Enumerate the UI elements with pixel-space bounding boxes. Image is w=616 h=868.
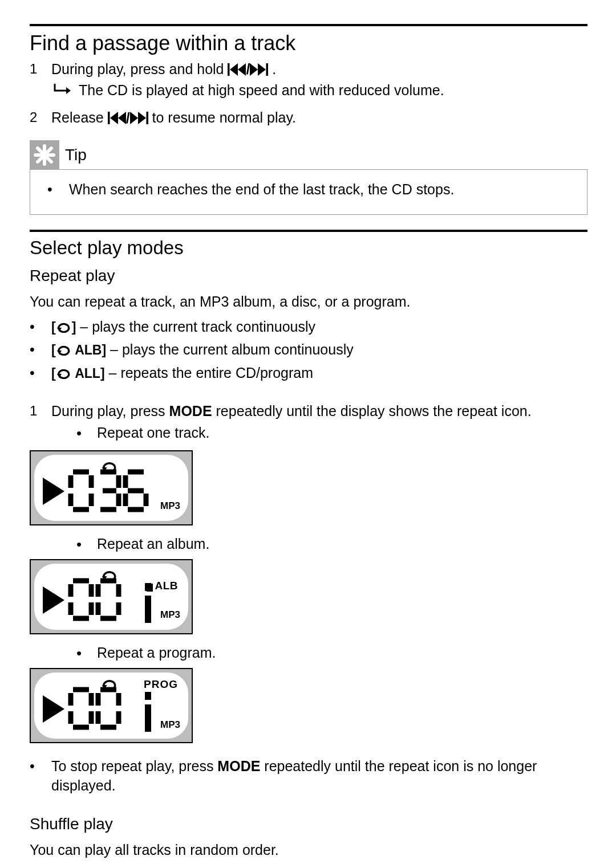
step-number: 1 xyxy=(30,60,51,78)
lcd-digits xyxy=(67,468,149,513)
step-text-before: Release xyxy=(51,109,108,125)
play-icon xyxy=(42,478,65,510)
lcd-mp3-label: MP3 xyxy=(160,500,180,513)
step-result: The CD is played at high speed and with … xyxy=(79,81,444,100)
mode-button-label: MODE xyxy=(217,758,260,774)
skip-backward-forward-icons: / xyxy=(108,111,148,125)
tip-box: Tip • When search reaches the end of the… xyxy=(30,140,587,215)
step-number: 2 xyxy=(30,108,51,127)
lcd-display-repeat-album: ALB MP3 xyxy=(30,559,193,634)
shuffle-intro: You can play all tracks in random order. xyxy=(30,841,587,860)
repeat-icon xyxy=(56,342,72,361)
lcd-alb-label: ALB xyxy=(155,578,178,593)
repeat-icon xyxy=(56,365,72,385)
lcd-mp3-label: MP3 xyxy=(160,609,180,622)
lcd-display-repeat-track: MP3 xyxy=(30,450,193,525)
section-title-play-modes: Select play modes xyxy=(30,235,587,261)
step-number: 1 xyxy=(30,402,51,420)
stop-repeat-instruction: • To stop repeat play, press MODE repeat… xyxy=(30,757,587,796)
step-2: 2 Release / to resume normal play. xyxy=(30,108,587,128)
lcd-display-repeat-program: PROG MP3 xyxy=(30,668,193,743)
mode-repeat-all: • [ ALL] – repeats the entire CD/program xyxy=(30,364,587,385)
tip-text: When search reaches the end of the last … xyxy=(69,180,454,199)
step-text-after: to resume normal play. xyxy=(152,109,296,125)
step-text-before: During play, press and hold xyxy=(51,61,228,77)
step-text-after: . xyxy=(272,61,276,77)
play-icon xyxy=(42,586,65,619)
section-rule xyxy=(30,24,587,26)
tip-label: Tip xyxy=(65,144,87,166)
result-arrow-icon xyxy=(51,81,79,100)
step-1: 1 During play, press and hold / . The CD… xyxy=(30,60,587,101)
mode-button-label: MODE xyxy=(169,403,212,419)
lcd-digits xyxy=(67,686,122,731)
skip-backward-forward-icons: / xyxy=(228,62,268,76)
subsection-title-shuffle: Shuffle play xyxy=(30,813,587,835)
mode-repeat-album: • [ ALB] – plays the current album conti… xyxy=(30,340,587,361)
repeat-icon xyxy=(56,319,72,339)
repeat-intro: You can repeat a track, an MP3 album, a … xyxy=(30,292,587,312)
section-title-find-passage: Find a passage within a track xyxy=(30,30,587,58)
lcd-mp3-label: MP3 xyxy=(160,719,180,732)
lcd-album-number xyxy=(143,692,153,738)
bullet-icon: • xyxy=(47,180,69,199)
play-icon xyxy=(42,695,65,728)
lcd-album-number xyxy=(143,583,153,629)
lcd-digits xyxy=(67,577,122,622)
repeat-step-1: 1 During play, press MODE repeatedly unt… xyxy=(30,402,587,446)
mode-repeat-one: • [] – plays the current track continuou… xyxy=(30,317,587,339)
tip-icon xyxy=(30,140,59,170)
sub-item-repeat-album: Repeat an album. xyxy=(97,535,209,554)
subsection-title-repeat: Repeat play xyxy=(30,265,587,287)
sub-item-repeat-program: Repeat a program. xyxy=(97,643,216,663)
lcd-prog-label: PROG xyxy=(144,677,178,692)
section-rule xyxy=(30,230,587,232)
sub-item-repeat-track: Repeat one track. xyxy=(97,423,209,443)
